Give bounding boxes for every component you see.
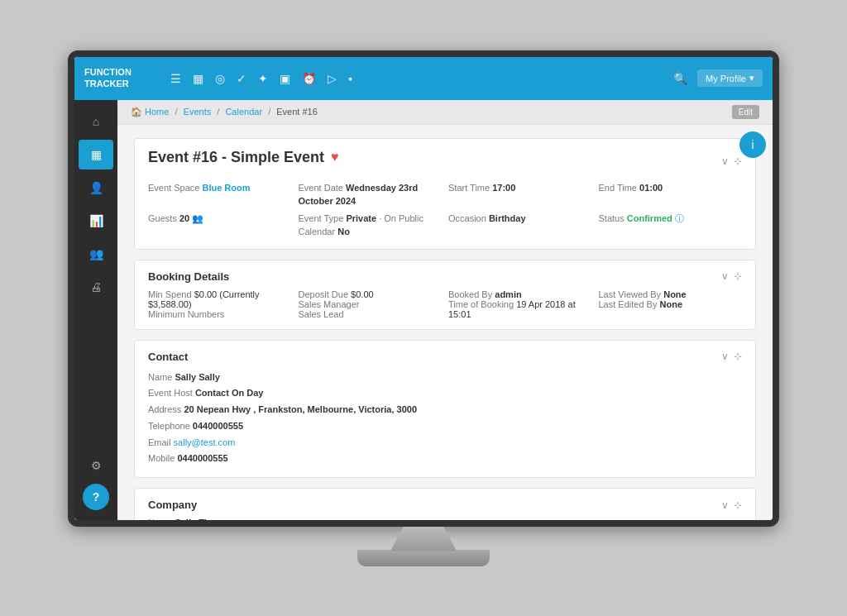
sidebar-item-reports[interactable]: 📊 (79, 206, 113, 236)
breadcrumb-events[interactable]: Events (184, 107, 212, 117)
save-icon[interactable]: ▪ (348, 72, 352, 85)
search-circle-icon[interactable]: ◎ (215, 72, 225, 85)
stand-neck (390, 527, 457, 552)
status-icon: ⓘ (675, 213, 684, 223)
action-circle-button[interactable]: i (739, 131, 766, 158)
company-title: Company (148, 499, 197, 511)
sidebar: ⌂ ▦ 👤 📊 👥 🖨 ⚙ ? (74, 100, 117, 520)
contact-section-actions: ∨ ⊹ (721, 351, 742, 362)
contact-collapse-icon[interactable]: ∨ (721, 351, 729, 362)
event-date-info: Event Date Wednesday 23rd October 2024 (299, 181, 443, 208)
booking-section: Booking Details ∨ ⊹ Min Spend (134, 260, 756, 330)
event-space-info: Event Space Blue Room (148, 181, 292, 208)
booking-title: Booking Details (148, 270, 229, 283)
breadcrumb-calendar[interactable]: Calendar (225, 107, 262, 117)
page-body: i Event #16 - Simple Event ♥ ∨ ⊹ (117, 125, 773, 520)
contact-info: Name Sally Sally Event Host Contact On D… (148, 370, 742, 468)
company-expand-icon[interactable]: ⊹ (734, 499, 742, 511)
wrench-icon[interactable]: ✦ (258, 72, 268, 85)
start-time-info: Start Time 17:00 (448, 181, 592, 208)
contact-email: Email sally@test.com (148, 435, 742, 451)
sidebar-item-contacts[interactable]: 👤 (79, 173, 113, 203)
contact-address: Address 20 Nepean Hwy , Frankston, Melbo… (148, 402, 742, 418)
booking-grid: Min Spend $0.00 (Currently $3,588.00) Mi… (148, 289, 742, 319)
grid-icon[interactable]: ▦ (193, 72, 203, 85)
status-info: Status Confirmed ⓘ (599, 212, 743, 239)
sidebar-item-users[interactable]: 👥 (79, 239, 113, 269)
edit-button[interactable]: Edit (732, 105, 759, 119)
event-info-grid: Event Space Blue Room Event Date Wednesd… (148, 181, 742, 239)
booking-section-header: Booking Details ∨ ⊹ (148, 270, 742, 283)
contact-name: Name Sally Sally (148, 370, 742, 386)
contact-telephone: Telephone 0440000555 (148, 418, 742, 435)
menu-icon[interactable]: ☰ (170, 72, 181, 85)
nav-icons: ☰ ▦ ◎ ✓ ✦ ▣ ⏰ ▷ ▪ (170, 72, 673, 85)
contact-title: Contact (148, 351, 188, 363)
booking-collapse-icon[interactable]: ∨ (721, 270, 729, 282)
booked-by-info: Booked By admin Time of Booking 19 Apr 2… (448, 289, 592, 319)
event-title: Event #16 - Simple Event ♥ (148, 149, 339, 166)
contact-section-header: Contact ∨ ⊹ (148, 351, 742, 363)
company-section-actions: ∨ ⊹ (721, 499, 742, 511)
help-button[interactable]: ? (83, 484, 109, 510)
occasion-info: Occasion Birthday (448, 212, 592, 239)
contact-expand-icon[interactable]: ⊹ (734, 351, 742, 362)
play-icon[interactable]: ▷ (328, 72, 337, 85)
heart-icon: ♥ (331, 150, 339, 165)
check-icon[interactable]: ✓ (237, 72, 246, 85)
min-spend-info: Min Spend $0.00 (Currently $3,588.00) Mi… (148, 289, 292, 319)
company-section-header: Company ∨ ⊹ (148, 499, 742, 511)
end-time-info: End Time 01:00 (599, 181, 743, 208)
contact-mobile: Mobile 0440000555 (148, 451, 742, 467)
file-icon[interactable]: ▣ (280, 72, 290, 85)
breadcrumb-home[interactable]: 🏠 Home (131, 107, 169, 117)
expand-icon[interactable]: ⊹ (734, 155, 742, 167)
event-section-actions: ∨ ⊹ (721, 155, 742, 167)
sidebar-item-print[interactable]: 🖨 (79, 272, 113, 302)
monitor-stand (68, 527, 779, 566)
last-viewed-info: Last Viewed By None Last Edited By None (599, 289, 743, 319)
company-collapse-icon[interactable]: ∨ (721, 499, 729, 511)
stand-base (357, 550, 490, 566)
contact-section: Contact ∨ ⊹ Name Sally Sally (134, 340, 756, 479)
company-info: Name Sally Thompson (148, 518, 742, 519)
booking-expand-icon[interactable]: ⊹ (734, 270, 742, 282)
search-button[interactable]: 🔍 (673, 72, 687, 85)
nav-right: 🔍 My Profile ▾ (673, 69, 763, 87)
company-section: Company ∨ ⊹ Name Sally Thompson (134, 488, 756, 519)
guests-info: Guests 20 👥 (148, 212, 292, 239)
sidebar-item-home[interactable]: ⌂ (79, 107, 113, 136)
profile-menu[interactable]: My Profile ▾ (697, 69, 763, 87)
brand: FUNCTION TRACKER (84, 67, 151, 88)
breadcrumb-bar: 🏠 Home / Events / Calendar / Event #16 E… (117, 100, 773, 125)
main-layout: ⌂ ▦ 👤 📊 👥 🖨 ⚙ ? 🏠 Home (74, 100, 773, 520)
guests-icon: 👥 (192, 213, 203, 223)
breadcrumb: 🏠 Home / Events / Calendar / Event #16 (131, 107, 318, 117)
top-nav: FUNCTION TRACKER ☰ ▦ ◎ ✓ ✦ ▣ ⏰ ▷ ▪ 🔍 (74, 57, 773, 100)
sidebar-item-calendar[interactable]: ▦ (79, 140, 113, 170)
deposit-info: Deposit Due $0.00 Sales Manager Sales Le… (299, 289, 443, 319)
event-section-header: Event #16 - Simple Event ♥ ∨ ⊹ (148, 149, 742, 174)
collapse-icon[interactable]: ∨ (721, 155, 729, 167)
contact-event-host: Event Host Contact On Day (148, 385, 742, 402)
event-type-info: Event Type Private · On Public Calendar … (299, 212, 443, 239)
breadcrumb-current: Event #16 (276, 107, 318, 117)
sidebar-item-settings[interactable]: ⚙ (79, 451, 113, 480)
clock-icon[interactable]: ⏰ (302, 72, 316, 85)
content-area: 🏠 Home / Events / Calendar / Event #16 E… (117, 100, 773, 520)
event-section: Event #16 - Simple Event ♥ ∨ ⊹ (134, 138, 756, 250)
booking-section-actions: ∨ ⊹ (721, 270, 742, 282)
